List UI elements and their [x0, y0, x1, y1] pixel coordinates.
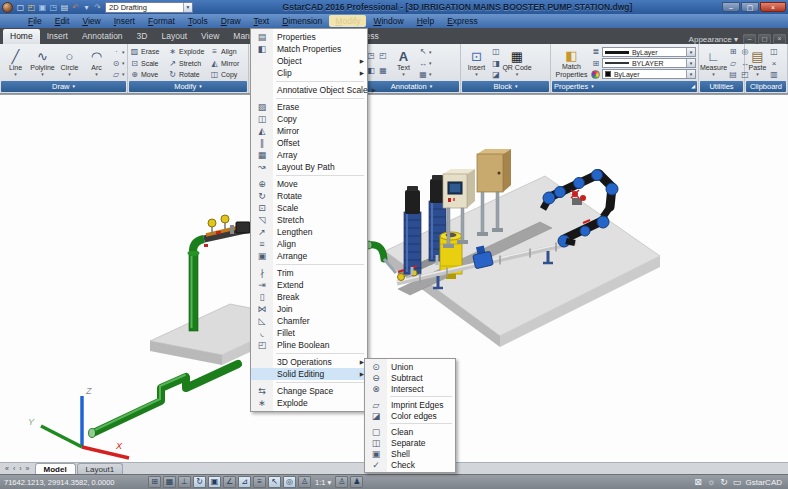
menu-item-separate[interactable]: ◫Separate	[365, 437, 455, 448]
new-icon[interactable]: ▢	[15, 2, 26, 13]
menu-item-align[interactable]: ≡Align	[251, 238, 367, 250]
text-button[interactable]: A Text ▾	[390, 45, 417, 81]
first-tab-icon[interactable]: «	[3, 463, 11, 474]
menubar-item-dimension[interactable]: Dimension	[276, 15, 328, 27]
menu-item-extend[interactable]: ⇥Extend	[251, 279, 367, 291]
cut-icon[interactable]: ×	[769, 59, 779, 68]
menu-item-rotate[interactable]: ↻Rotate	[251, 190, 367, 202]
chevron-down-icon[interactable]: ▾	[686, 70, 695, 78]
menubar-item-insert[interactable]: Insert	[108, 15, 141, 27]
ortho-toggle[interactable]: ⊥	[178, 476, 191, 488]
save-icon[interactable]: ▣	[37, 2, 48, 13]
explode-button[interactable]: ∗Explode	[168, 47, 210, 56]
menu-item-pline-boolean[interactable]: ◰Pline Boolean	[251, 339, 367, 351]
qr-code-button[interactable]: ▦ QR Code ▾	[502, 45, 532, 81]
ribbon-tab-home[interactable]: Home	[3, 29, 40, 44]
annotation-visibility-toggle[interactable]: ♙	[335, 476, 348, 488]
snap-toggle[interactable]: ⊞	[148, 476, 161, 488]
dyn-toggle[interactable]: ⊿	[238, 476, 251, 488]
menu-item-explode[interactable]: ∗Explode	[251, 397, 367, 409]
osnap-toggle[interactable]: ▣	[208, 476, 221, 488]
menu-item-intersect[interactable]: ⊗Intersect	[365, 383, 455, 394]
leader-icon-row[interactable]: ↖▾	[418, 47, 432, 56]
menu-item-match-properties[interactable]: ◧Match Properties	[251, 43, 367, 55]
dimension-icon-row[interactable]: ↔▾	[418, 59, 432, 68]
light-bulb-icon[interactable]: ☼	[705, 477, 718, 487]
close-button[interactable]: ×	[760, 2, 786, 12]
menu-item-annotative-object-scale[interactable]: Annotative Object Scale▶	[251, 84, 367, 96]
dialog-launcher-icon[interactable]: ◢	[691, 81, 695, 92]
qa-customize-icon[interactable]: ▾	[81, 2, 92, 13]
scale-button[interactable]: ⊡Scale	[130, 59, 168, 68]
menubar-item-format[interactable]: Format	[142, 15, 181, 27]
ribbon-tab-layout[interactable]: Layout	[154, 29, 194, 44]
layout-tab-model[interactable]: Model	[35, 463, 76, 474]
workspace-selector[interactable]: 2D Drafting ▾	[105, 2, 193, 13]
menubar-item-edit[interactable]: Edit	[49, 15, 76, 27]
table-icon-row[interactable]: ▦▾	[418, 70, 432, 79]
table-style-icon[interactable]: ▦	[378, 66, 388, 75]
menu-item-properties[interactable]: ▤Properties	[251, 31, 367, 43]
point-tool-icon-row[interactable]: ∙▾	[111, 47, 125, 56]
copy-button[interactable]: ◫Copy	[210, 70, 248, 79]
menu-item-stretch[interactable]: ◹Stretch	[251, 214, 367, 226]
area-icon[interactable]: ▱	[728, 59, 738, 68]
menu-item-imprint-edges[interactable]: ▱Imprint Edges	[365, 399, 455, 410]
menu-item-mirror[interactable]: ◭Mirror	[251, 125, 367, 137]
menu-item-scale[interactable]: ⊡Scale	[251, 202, 367, 214]
stretch-button[interactable]: ↗Stretch	[168, 59, 210, 68]
move-button[interactable]: ⊕Move	[130, 70, 168, 79]
color-wheel-icon[interactable]	[591, 70, 600, 79]
ribbon-tab-3d[interactable]: 3D	[130, 29, 155, 44]
gstarcad-logo-icon[interactable]	[2, 2, 13, 13]
menu-item-change-space[interactable]: ⇆Change Space	[251, 385, 367, 397]
chevron-down-icon[interactable]: ▾	[686, 59, 695, 67]
menu-item-solid-editing[interactable]: Solid Editing▶	[251, 368, 367, 380]
annotation-panel-label[interactable]: Annotation▾	[364, 81, 459, 92]
lwt-toggle[interactable]: ≡	[253, 476, 266, 488]
appearance-button[interactable]: Appearance ▾	[684, 35, 743, 44]
ribbon-tab-insert[interactable]: Insert	[40, 29, 75, 44]
menu-item-lengthen[interactable]: ↗Lengthen	[251, 226, 367, 238]
menubar-item-draw[interactable]: Draw	[215, 15, 247, 27]
menu-item-offset[interactable]: ∥Offset	[251, 137, 367, 149]
menu-item-break[interactable]: ▯Break	[251, 291, 367, 303]
print-icon[interactable]: ▤	[59, 2, 70, 13]
undo-icon[interactable]: ↶	[70, 2, 81, 13]
rotate-button[interactable]: ↻Rotate	[168, 70, 210, 79]
menu-item-clip[interactable]: Clip▶	[251, 67, 367, 79]
rectangle-tool-icon-row[interactable]: ▱▾	[111, 70, 125, 79]
open-icon[interactable]: ◰	[26, 2, 37, 13]
doc-minimize-button[interactable]: –	[743, 34, 756, 44]
layout-tab-layout1[interactable]: Layout1	[77, 463, 123, 474]
match-properties-button[interactable]: ◧ Match Properties	[553, 45, 590, 81]
menu-item-chamfer[interactable]: ◺Chamfer	[251, 315, 367, 327]
doc-restore-button[interactable]: ▢	[758, 34, 771, 44]
chevron-down-icon[interactable]: ▾	[686, 48, 695, 56]
chevron-down-icon[interactable]: ▾	[183, 3, 192, 12]
menu-item-shell[interactable]: ▣Shell	[365, 448, 455, 459]
mirror-button[interactable]: ◭Mirror	[210, 59, 248, 68]
list-icon[interactable]: ▤	[728, 70, 738, 79]
menu-item-arrange[interactable]: ▣Arrange	[251, 250, 367, 262]
polyline-button[interactable]: ∿Polyline▾	[29, 45, 56, 81]
edit-block-icon[interactable]: ◨	[491, 59, 501, 68]
menubar-item-view[interactable]: View	[76, 15, 106, 27]
menubar-item-help[interactable]: Help	[411, 15, 440, 27]
menu-item-join[interactable]: ⋈Join	[251, 303, 367, 315]
otrack-toggle[interactable]: ∠	[223, 476, 236, 488]
menu-item-clean[interactable]: ▢Clean	[365, 426, 455, 437]
polar-toggle[interactable]: ↻	[193, 476, 206, 488]
ribbon-tab-annotation[interactable]: Annotation	[75, 29, 130, 44]
dim-style-icon[interactable]: ◰	[378, 51, 388, 60]
menu-item-union[interactable]: ⊙Union	[365, 361, 455, 372]
modify-panel-label[interactable]: Modify▾	[129, 81, 247, 92]
linetype-combo[interactable]: BYLAYER ▾	[602, 58, 696, 68]
doc-close-button[interactable]: ×	[773, 34, 786, 44]
color-combo[interactable]: ByLayer ▾	[602, 69, 696, 79]
menubar-item-express[interactable]: Express	[441, 15, 484, 27]
measure-button[interactable]: ∟ Measure ▾	[701, 45, 726, 81]
lineweight-list-icon[interactable]: ≣	[591, 47, 601, 56]
clean-screen-icon[interactable]: ▭	[731, 477, 744, 487]
erase-button[interactable]: ▨Erase	[130, 47, 168, 56]
